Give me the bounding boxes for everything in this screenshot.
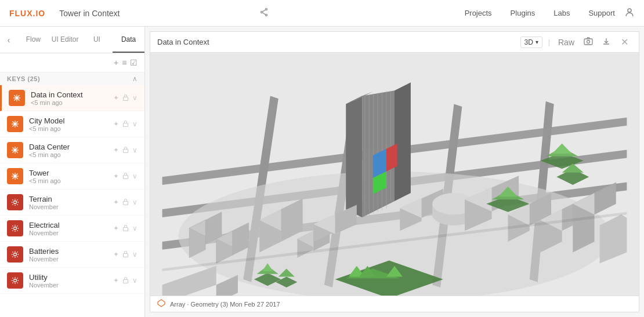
share-icon[interactable] [259,8,269,19]
chevron-down-icon[interactable]: ∨ [132,250,138,258]
nav-plugins[interactable]: Plugins [511,9,536,17]
logo: FLUX.IO [9,9,45,18]
tab-flow[interactable]: Flow [17,27,49,53]
svg-point-34 [14,227,17,230]
lock-icon[interactable] [122,146,129,155]
lock-svg-8 [122,276,129,283]
key-name: Utility [29,273,113,282]
nav-labs[interactable]: Labs [553,9,570,17]
raw-button[interactable]: Raw [556,37,577,48]
nav-support[interactable]: Support [588,9,615,17]
tab-ui[interactable]: UI [81,27,113,53]
key-info-data-center: Data Center <5 min ago [29,143,113,158]
svg-point-0 [266,8,267,10]
key-time: November [29,282,113,289]
chevron-down-icon[interactable]: ∨ [132,146,138,154]
viewer-footer: Array · Geometry (3) Mon Feb 27 2017 [150,296,639,312]
back-button[interactable]: ‹ [0,27,17,53]
camera-icon[interactable] [581,35,595,49]
key-actions: ✦ ∨ [113,94,138,103]
pin-icon[interactable]: ✦ [113,276,119,285]
key-name: Batteries [29,247,113,256]
key-item-city-model[interactable]: City Model <5 min ago ✦ ∨ [0,111,144,137]
tab-ui-editor[interactable]: UI Editor [49,27,81,53]
viewer-scene[interactable] [150,53,639,296]
key-item-tower[interactable]: Tower <5 min ago ✦ ∨ [0,163,144,190]
key-time: November [29,203,113,210]
key-name: Data Center [29,143,113,151]
key-item-batteries[interactable]: Batteries November ✦ ∨ [0,242,144,268]
key-item-data-in-context[interactable]: Data in Context <5 min ago ✦ ∨ [0,85,144,111]
key-item-electrical[interactable]: Electrical November ✦ ∨ [0,216,144,242]
download-icon[interactable] [600,36,613,48]
filter-button[interactable]: ≡ [122,58,126,67]
svg-marker-69 [346,96,362,217]
lock-icon[interactable] [122,198,129,207]
key-info-terrain: Terrain November [29,195,113,210]
viewer-title: Data in Context [157,38,520,46]
key-item-utility[interactable]: Utility November ✦ ∨ [0,268,144,294]
key-icon-utility [7,272,23,289]
pin-icon[interactable]: ✦ [113,250,119,258]
key-time: November [29,256,113,263]
lock-svg-4 [122,172,129,179]
snowflake-icon-2 [10,119,20,129]
key-item-terrain[interactable]: Terrain November ✦ ∨ [0,190,144,216]
snowflake-icon [12,93,21,103]
svg-point-24 [15,150,16,151]
download-svg [602,37,610,45]
search-input[interactable] [12,59,109,67]
close-button[interactable]: ✕ [617,35,632,49]
camera-svg [584,37,593,46]
collapse-keys-button[interactable]: ∧ [132,75,138,83]
lock-icon[interactable] [122,172,129,181]
key-time: <5 min ago [29,151,113,158]
chevron-down-icon[interactable]: ∨ [132,198,138,206]
chevron-down-icon[interactable]: ∨ [132,276,138,285]
key-icon-electrical [7,220,23,236]
lock-svg-3 [122,146,129,153]
lock-icon[interactable] [122,224,129,233]
pin-icon[interactable]: ✦ [113,120,119,128]
viewer-header: Data in Context 3D ▾ | Raw [150,32,639,53]
gear-icon [10,198,20,207]
chevron-down-icon[interactable]: ∨ [132,172,138,180]
key-time: <5 min ago [31,99,113,106]
svg-rect-13 [124,97,128,100]
select-all-button[interactable]: ☑ [130,58,138,67]
pin-icon[interactable]: ✦ [113,224,119,232]
content-area: Data in Context 3D ▾ | Raw [145,27,644,317]
chevron-down-icon[interactable]: ∨ [132,224,138,232]
pin-icon[interactable]: ✦ [113,172,119,180]
key-actions-2: ✦ ∨ [113,120,138,129]
key-info-data-in-context: Data in Context <5 min ago [31,90,113,106]
pin-icon[interactable]: ✦ [113,146,119,154]
key-actions-4: ✦ ∨ [113,172,138,181]
view-mode-selector[interactable]: 3D ▾ [520,37,542,48]
user-icon[interactable] [624,7,635,20]
geometry-icon [157,299,165,307]
keys-count: KEYS (25) [7,75,40,82]
tab-data[interactable]: Data [113,27,144,53]
lock-icon[interactable] [122,120,129,129]
chevron-down-icon[interactable]: ∨ [132,94,138,102]
lock-icon[interactable] [122,94,129,103]
chevron-down-icon[interactable]: ∨ [132,120,138,128]
pin-icon[interactable]: ✦ [113,198,119,206]
city-model-svg [150,53,639,296]
lock-icon[interactable] [122,276,129,285]
svg-line-3 [263,9,266,11]
sidebar-tabs: ‹ Flow UI Editor UI Data [0,27,144,53]
key-icon-batteries [7,246,23,263]
add-key-button[interactable]: + [114,58,118,67]
key-item-data-center[interactable]: Data Center <5 min ago ✦ ∨ [0,137,144,163]
lock-icon[interactable] [122,250,129,259]
nav-projects[interactable]: Projects [465,9,492,17]
key-icon-data-center [7,142,23,158]
pin-icon[interactable]: ✦ [113,94,119,102]
key-actions-5: ✦ ∨ [113,198,138,207]
svg-point-38 [14,279,17,282]
keys-header: KEYS (25) ∧ [0,72,144,85]
svg-point-32 [14,201,17,204]
view-mode-label: 3D [524,38,533,46]
